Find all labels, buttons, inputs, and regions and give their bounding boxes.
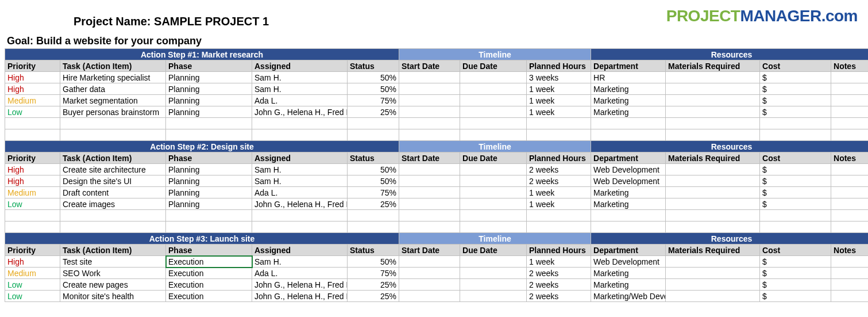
cell-status[interactable]: 25% [348, 279, 399, 291]
cell-task[interactable]: Create images [60, 198, 166, 210]
cell-start[interactable] [399, 198, 460, 210]
blank-cell[interactable] [5, 129, 60, 141]
cell-dept[interactable]: Marketing [591, 198, 666, 210]
blank-cell[interactable] [760, 210, 831, 221]
cell-cost[interactable]: $ [760, 198, 831, 210]
cell-planned[interactable]: 3 weeks [527, 72, 591, 83]
cell-dept[interactable]: Web Development [591, 256, 666, 268]
blank-cell[interactable] [166, 129, 252, 141]
cell-task[interactable]: Test site [60, 256, 166, 268]
cell-task[interactable]: Market segmentation [60, 95, 166, 106]
blank-row[interactable] [5, 118, 869, 129]
cell-assigned[interactable]: John G., Helena H., Fred P. [252, 279, 348, 291]
spreadsheet[interactable]: Action Step #1: Market researchTimelineR… [5, 48, 868, 302]
blank-cell[interactable] [591, 221, 666, 233]
blank-cell[interactable] [460, 221, 527, 233]
cell-start[interactable] [399, 164, 460, 175]
blank-cell[interactable] [348, 221, 399, 233]
table-row[interactable]: MediumDraft contentPlanningAda L.75%1 we… [5, 187, 869, 198]
cell-due[interactable] [460, 164, 527, 175]
cell-priority[interactable]: High [5, 164, 60, 175]
cell-status[interactable]: 75% [348, 268, 399, 279]
table-row[interactable]: MediumMarket segmentationPlanningAda L.7… [5, 95, 869, 106]
cell-materials[interactable] [666, 279, 760, 291]
cell-phase[interactable]: Planning [166, 83, 252, 95]
cell-task[interactable]: Design the site's UI [60, 175, 166, 187]
cell-cost[interactable]: $ [760, 268, 831, 279]
cell-task[interactable]: Create new pages [60, 279, 166, 291]
cell-phase[interactable]: Execution [166, 256, 252, 268]
cell-priority[interactable]: Low [5, 279, 60, 291]
cell-materials[interactable] [666, 175, 760, 187]
cell-phase[interactable]: Execution [166, 268, 252, 279]
cell-notes[interactable] [831, 279, 868, 291]
cell-materials[interactable] [666, 268, 760, 279]
cell-dept[interactable]: Web Development [591, 164, 666, 175]
cell-notes[interactable] [831, 268, 868, 279]
cell-notes[interactable] [831, 198, 868, 210]
cell-assigned[interactable]: Ada L. [252, 268, 348, 279]
cell-start[interactable] [399, 256, 460, 268]
blank-cell[interactable] [166, 118, 252, 129]
cell-planned[interactable]: 2 weeks [527, 164, 591, 175]
cell-cost[interactable]: $ [760, 256, 831, 268]
cell-status[interactable]: 50% [348, 83, 399, 95]
blank-cell[interactable] [666, 118, 760, 129]
cell-notes[interactable] [831, 187, 868, 198]
blank-cell[interactable] [666, 210, 760, 221]
blank-cell[interactable] [760, 118, 831, 129]
cell-materials[interactable] [666, 198, 760, 210]
cell-cost[interactable]: $ [760, 72, 831, 83]
cell-due[interactable] [460, 106, 527, 118]
cell-cost[interactable]: $ [760, 175, 831, 187]
cell-priority[interactable]: High [5, 175, 60, 187]
cell-assigned[interactable]: John G., Helena H., Fred P. [252, 198, 348, 210]
blank-cell[interactable] [399, 210, 460, 221]
blank-cell[interactable] [831, 129, 868, 141]
blank-cell[interactable] [760, 129, 831, 141]
cell-assigned[interactable]: Sam H. [252, 164, 348, 175]
cell-assigned[interactable]: Ada L. [252, 95, 348, 106]
cell-due[interactable] [460, 198, 527, 210]
blank-cell[interactable] [591, 118, 666, 129]
cell-priority[interactable]: High [5, 72, 60, 83]
blank-row[interactable] [5, 210, 869, 221]
cell-status[interactable]: 75% [348, 95, 399, 106]
blank-cell[interactable] [831, 118, 868, 129]
cell-cost[interactable]: $ [760, 106, 831, 118]
table-row[interactable]: HighTest siteExecutionSam H.50%1 weekWeb… [5, 256, 869, 268]
cell-due[interactable] [460, 268, 527, 279]
cell-materials[interactable] [666, 106, 760, 118]
table-row[interactable]: HighHire Marketing specialistPlanningSam… [5, 72, 869, 83]
blank-cell[interactable] [591, 210, 666, 221]
cell-due[interactable] [460, 72, 527, 83]
cell-materials[interactable] [666, 256, 760, 268]
blank-cell[interactable] [591, 129, 666, 141]
blank-cell[interactable] [527, 221, 591, 233]
cell-start[interactable] [399, 291, 460, 302]
cell-priority[interactable]: Medium [5, 268, 60, 279]
cell-cost[interactable]: $ [760, 83, 831, 95]
cell-notes[interactable] [831, 175, 868, 187]
cell-planned[interactable]: 2 weeks [527, 175, 591, 187]
cell-materials[interactable] [666, 72, 760, 83]
cell-phase[interactable]: Planning [166, 72, 252, 83]
blank-cell[interactable] [460, 129, 527, 141]
cell-assigned[interactable]: John G., Helena H., Fred P. [252, 106, 348, 118]
cell-due[interactable] [460, 279, 527, 291]
blank-cell[interactable] [5, 221, 60, 233]
table-row[interactable]: LowMonitor site's healthExecutionJohn G.… [5, 291, 869, 302]
blank-cell[interactable] [60, 221, 166, 233]
cell-priority[interactable]: Low [5, 106, 60, 118]
blank-cell[interactable] [460, 118, 527, 129]
cell-phase[interactable]: Planning [166, 164, 252, 175]
cell-status[interactable]: 50% [348, 164, 399, 175]
cell-cost[interactable]: $ [760, 291, 831, 302]
blank-cell[interactable] [399, 129, 460, 141]
cell-assigned[interactable]: Sam H. [252, 83, 348, 95]
cell-materials[interactable] [666, 187, 760, 198]
blank-cell[interactable] [348, 129, 399, 141]
table-row[interactable]: LowCreate imagesPlanningJohn G., Helena … [5, 198, 869, 210]
cell-dept[interactable]: Marketing [591, 83, 666, 95]
cell-notes[interactable] [831, 95, 868, 106]
